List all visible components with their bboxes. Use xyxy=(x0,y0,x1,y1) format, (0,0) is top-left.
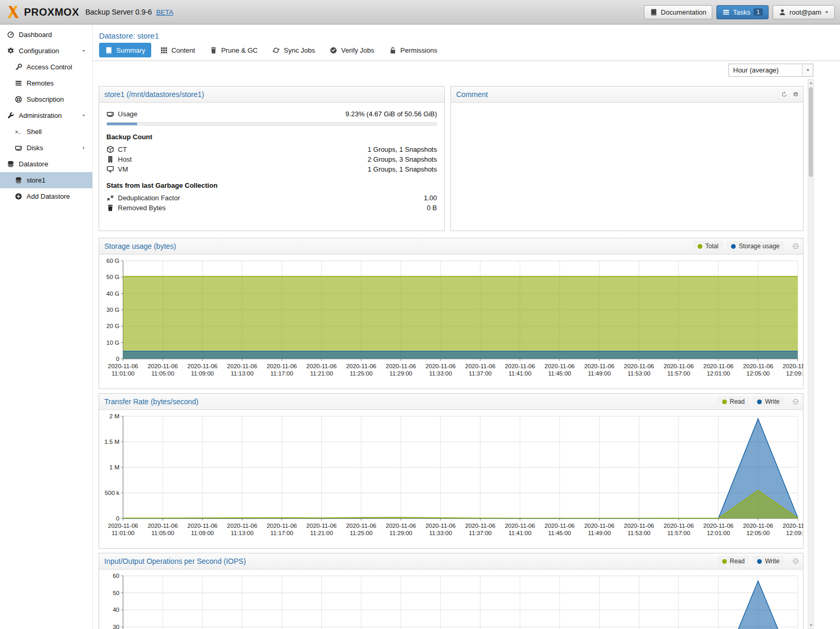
svg-text:2020-11-06: 2020-11-06 xyxy=(227,363,257,369)
content-area: store1 (/mnt/datastores/store1) Usage 9.… xyxy=(93,79,840,629)
chevron-right-icon[interactable] xyxy=(81,146,86,150)
gear-icon[interactable] xyxy=(793,91,799,98)
svg-text:20 G: 20 G xyxy=(106,323,119,329)
scrollbar-thumb[interactable] xyxy=(809,87,813,177)
datastore-summary-panel: store1 (/mnt/datastores/store1) Usage 9.… xyxy=(99,86,445,231)
legend-label: Read xyxy=(730,398,745,405)
tasks-label: Tasks xyxy=(733,8,750,16)
legend-item-total[interactable]: Total xyxy=(693,241,723,251)
sidebar-item-subscription[interactable]: Subscription xyxy=(0,91,92,107)
refresh-icon[interactable] xyxy=(781,91,787,98)
scroll-up-icon[interactable] xyxy=(809,80,813,86)
chevron-down-icon[interactable] xyxy=(81,113,86,118)
svg-text:2 M: 2 M xyxy=(109,413,119,419)
svg-text:2020-11-06: 2020-11-06 xyxy=(743,363,773,369)
hdd-icon xyxy=(106,110,114,118)
sidebar-item-store1[interactable]: store1 xyxy=(0,172,92,188)
panel-header: store1 (/mnt/datastores/store1) xyxy=(99,87,444,103)
sidebar-item-label: Remotes xyxy=(27,79,54,87)
svg-text:0: 0 xyxy=(116,515,119,522)
legend-dot xyxy=(722,559,727,564)
beta-link[interactable]: BETA xyxy=(156,8,173,16)
svg-text:2020-11-06: 2020-11-06 xyxy=(307,363,337,369)
chevron-down-icon xyxy=(806,68,810,72)
compress-arrows-icon xyxy=(106,194,114,202)
sidebar-item-access-control[interactable]: Access Control xyxy=(0,59,92,75)
documentation-button[interactable]: Documentation xyxy=(644,5,712,19)
svg-text:11:33:00: 11:33:00 xyxy=(429,530,452,536)
tab-summary[interactable]: Summary xyxy=(99,43,151,57)
combo-trigger[interactable] xyxy=(802,64,813,76)
sidebar-item-shell[interactable]: >_ Shell xyxy=(0,124,92,140)
tab-verify-jobs[interactable]: Verify Jobs xyxy=(324,43,380,57)
tab-prune-gc[interactable]: Prune & GC xyxy=(204,43,263,57)
panel-header: Transfer Rate (bytes/second) Read Write xyxy=(99,394,803,410)
svg-text:2020-11-06: 2020-11-06 xyxy=(505,363,535,369)
legend-item-read[interactable]: Read xyxy=(717,556,750,566)
dashboard-icon xyxy=(7,31,15,39)
sidebar-item-configuration[interactable]: Configuration xyxy=(0,43,92,59)
sidebar-item-datastore[interactable]: Datastore xyxy=(0,156,92,172)
svg-text:2020-11-06: 2020-11-06 xyxy=(465,363,495,369)
sidebar-item-disks[interactable]: Disks xyxy=(0,140,92,156)
vertical-scrollbar[interactable] xyxy=(808,79,814,629)
legend-item-read[interactable]: Read xyxy=(717,396,750,407)
legend-dot xyxy=(722,400,727,404)
svg-text:2020-11-06: 2020-11-06 xyxy=(266,363,297,369)
collapse-icon[interactable] xyxy=(793,558,799,564)
panel-title: store1 (/mnt/datastores/store1) xyxy=(104,90,204,99)
book-icon xyxy=(105,46,113,54)
tab-label: Content xyxy=(172,46,196,54)
svg-text:11:37:00: 11:37:00 xyxy=(469,530,492,536)
svg-text:2020-11-06: 2020-11-06 xyxy=(624,363,654,369)
svg-text:2020-11-06: 2020-11-06 xyxy=(346,363,376,369)
wrench-icon xyxy=(7,112,15,119)
sidebar-item-label: Disks xyxy=(27,144,43,152)
svg-text:11:49:00: 11:49:00 xyxy=(588,530,611,536)
proxmox-logo-icon xyxy=(5,4,21,20)
tab-permissions[interactable]: Permissions xyxy=(383,43,443,57)
collapse-icon[interactable] xyxy=(793,398,799,405)
storage-usage-panel: Storage usage (bytes) Total Storage usag… xyxy=(99,238,804,389)
time-range-select[interactable]: Hour (average) xyxy=(728,64,813,77)
removed-bytes-value: 0 B xyxy=(427,204,437,212)
tab-content[interactable]: Content xyxy=(154,43,201,57)
plus-circle-icon xyxy=(15,192,22,200)
panel-header: Comment xyxy=(451,87,803,103)
svg-text:2020-11-06: 2020-11-06 xyxy=(346,523,376,529)
chevron-down-icon[interactable] xyxy=(81,49,86,53)
svg-text:11:13:00: 11:13:00 xyxy=(230,370,253,377)
svg-text:11:41:00: 11:41:00 xyxy=(508,530,531,536)
sidebar-item-label: Administration xyxy=(19,112,62,119)
iops-panel: Input/Output Operations per Second (IOPS… xyxy=(99,553,804,629)
legend-label: Write xyxy=(765,398,780,405)
sidebar: Dashboard Configuration Access Control R… xyxy=(0,25,93,629)
sidebar-item-add-datastore[interactable]: Add Datastore xyxy=(0,188,92,204)
sidebar-item-label: Dashboard xyxy=(19,31,52,39)
panel-title: Comment xyxy=(456,90,488,99)
scroll-down-icon[interactable] xyxy=(809,622,813,628)
legend-item-storage-usage[interactable]: Storage usage xyxy=(726,241,784,251)
legend-item-write[interactable]: Write xyxy=(752,556,784,566)
panel-tools xyxy=(781,91,799,98)
user-menu-button[interactable]: root@pam xyxy=(773,5,835,19)
sidebar-item-label: Shell xyxy=(27,128,42,136)
tab-sync-jobs[interactable]: Sync Jobs xyxy=(266,43,321,57)
collapse-icon[interactable] xyxy=(793,243,799,249)
svg-text:11:33:00: 11:33:00 xyxy=(429,370,452,377)
sidebar-item-dashboard[interactable]: Dashboard xyxy=(0,27,92,43)
svg-text:11:25:00: 11:25:00 xyxy=(350,530,373,536)
sidebar-item-remotes[interactable]: Remotes xyxy=(0,75,92,91)
backup-count-title: Backup Count xyxy=(106,133,437,141)
proxmox-logo: PROXMOX xyxy=(5,4,79,20)
svg-text:11:21:00: 11:21:00 xyxy=(310,530,333,536)
support-icon xyxy=(15,95,22,103)
tasks-button[interactable]: Tasks 1 xyxy=(716,5,769,19)
dedup-label: Deduplication Factor xyxy=(118,194,180,202)
svg-text:50: 50 xyxy=(113,590,119,596)
legend-item-write[interactable]: Write xyxy=(752,396,784,407)
usage-value: 9.23% (4.67 GiB of 50.56 GiB) xyxy=(345,110,437,118)
sidebar-item-administration[interactable]: Administration xyxy=(0,107,92,124)
tasks-list-icon xyxy=(722,8,730,16)
svg-text:12:05:00: 12:05:00 xyxy=(746,530,770,536)
